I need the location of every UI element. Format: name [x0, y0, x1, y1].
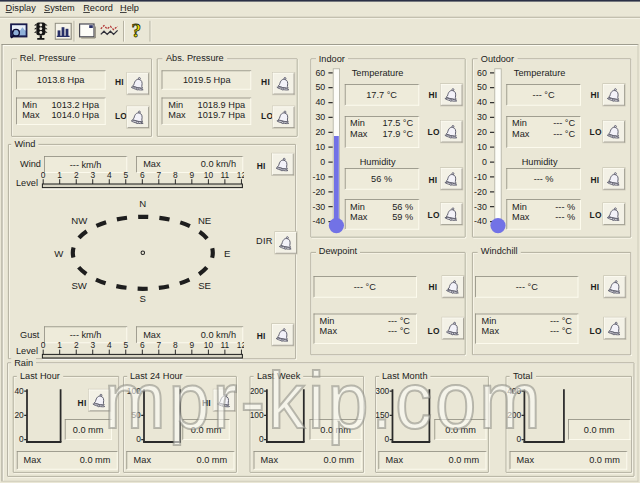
- svg-text:5: 5: [123, 341, 128, 350]
- svg-text:0: 0: [19, 435, 24, 445]
- svg-text:-30: -30: [312, 202, 325, 212]
- svg-text:200: 200: [251, 386, 265, 396]
- svg-text:30: 30: [315, 112, 325, 122]
- svg-text:60: 60: [477, 68, 487, 78]
- svg-text:10: 10: [315, 142, 325, 152]
- svg-text:2: 2: [74, 341, 79, 350]
- svg-text:300: 300: [376, 386, 390, 396]
- svg-text:-20: -20: [474, 187, 487, 197]
- svg-text:0: 0: [320, 157, 325, 167]
- svg-text:60: 60: [315, 68, 325, 78]
- svg-text:9: 9: [190, 341, 195, 350]
- svg-text:20: 20: [315, 127, 325, 137]
- svg-text:7: 7: [156, 341, 161, 350]
- svg-text:-10: -10: [474, 172, 487, 182]
- svg-text:12: 12: [237, 341, 244, 350]
- svg-text:50: 50: [477, 82, 487, 92]
- svg-text:4: 4: [107, 341, 112, 350]
- svg-text:50: 50: [315, 82, 325, 92]
- svg-text:S: S: [140, 293, 146, 304]
- svg-text:-40: -40: [312, 216, 325, 226]
- svg-text:-30: -30: [474, 202, 487, 212]
- svg-text:0: 0: [259, 435, 264, 445]
- svg-text:400: 400: [507, 386, 521, 396]
- svg-text:SE: SE: [198, 280, 211, 291]
- svg-text:8: 8: [173, 341, 178, 350]
- svg-text:E: E: [224, 248, 230, 259]
- svg-text:10: 10: [204, 341, 214, 350]
- svg-text:30: 30: [477, 112, 487, 122]
- svg-text:40: 40: [14, 386, 24, 396]
- svg-text:50: 50: [131, 411, 141, 421]
- svg-text:0: 0: [384, 435, 389, 445]
- svg-text:-10: -10: [312, 172, 325, 182]
- svg-text:100: 100: [126, 386, 140, 396]
- svg-text:N: N: [139, 198, 146, 209]
- svg-text:1: 1: [57, 341, 62, 350]
- svg-text:100: 100: [251, 411, 265, 421]
- svg-text:40: 40: [315, 97, 325, 107]
- svg-text:?: ?: [132, 21, 142, 41]
- svg-text:W: W: [54, 248, 64, 259]
- svg-text:0: 0: [41, 341, 46, 350]
- svg-text:10: 10: [477, 142, 487, 152]
- svg-text:150: 150: [376, 411, 390, 421]
- svg-text:20: 20: [477, 127, 487, 137]
- svg-text:-40: -40: [474, 216, 487, 226]
- svg-text:6: 6: [140, 341, 145, 350]
- svg-text:0: 0: [517, 435, 522, 445]
- svg-text:0: 0: [482, 157, 487, 167]
- svg-text:200: 200: [507, 411, 521, 421]
- svg-text:0: 0: [136, 435, 141, 445]
- svg-text:11: 11: [221, 341, 230, 350]
- svg-text:20: 20: [14, 411, 24, 421]
- svg-text:40: 40: [477, 97, 487, 107]
- svg-text:3: 3: [90, 341, 95, 350]
- svg-text:NE: NE: [198, 215, 211, 226]
- svg-text:-20: -20: [312, 187, 325, 197]
- svg-text:SW: SW: [71, 280, 87, 291]
- svg-text:NW: NW: [71, 215, 88, 226]
